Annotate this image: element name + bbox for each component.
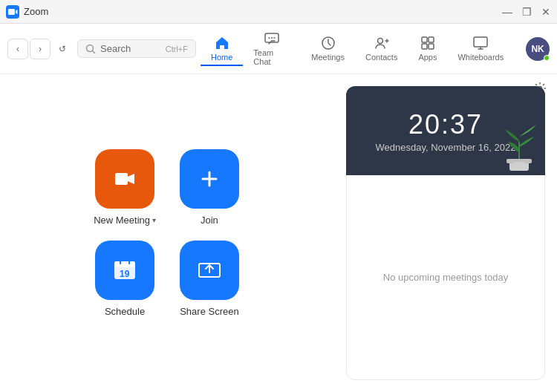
- maximize-button[interactable]: ❐: [521, 7, 532, 17]
- nav-item-meetings[interactable]: Meetings: [301, 32, 355, 66]
- no-meetings-text: No upcoming meetings today: [383, 272, 508, 283]
- join-button[interactable]: [180, 149, 239, 209]
- join-label: Join: [201, 215, 218, 226]
- team-chat-icon: [264, 30, 280, 47]
- svg-text:19: 19: [120, 269, 130, 279]
- nav-item-home[interactable]: Home: [201, 32, 243, 66]
- avatar-status-dot: [544, 55, 550, 61]
- close-button[interactable]: ✕: [541, 7, 551, 17]
- avatar[interactable]: NK: [526, 37, 550, 61]
- svg-rect-15: [114, 261, 135, 267]
- video-camera-icon: [111, 166, 138, 192]
- current-time: 20:37: [408, 109, 483, 140]
- app-title: Zoom: [24, 6, 48, 17]
- join-item[interactable]: Join: [178, 149, 241, 226]
- svg-rect-8: [422, 37, 427, 42]
- svg-rect-12: [474, 37, 487, 47]
- search-shortcut: Ctrl+F: [166, 45, 188, 53]
- new-meeting-label: New Meeting ▾: [94, 215, 156, 226]
- whiteboards-icon: [472, 35, 489, 51]
- nav-label-apps: Apps: [418, 53, 437, 62]
- share-screen-label: Share Screen: [180, 306, 239, 317]
- svg-point-7: [377, 38, 382, 43]
- calendar-card: 20:37 Wednesday, November 16, 2022: [346, 86, 545, 175]
- left-panel: New Meeting ▾ Join: [0, 74, 334, 392]
- schedule-label: Schedule: [105, 306, 145, 317]
- nav-item-team-chat[interactable]: Team Chat: [243, 27, 301, 71]
- nav-label-whiteboards: Whiteboards: [457, 53, 504, 62]
- plus-icon: [196, 166, 223, 192]
- nav-label-home: Home: [211, 53, 232, 62]
- svg-rect-9: [429, 37, 434, 42]
- nav-item-contacts[interactable]: Contacts: [355, 32, 408, 66]
- search-bar[interactable]: Search Ctrl+F: [77, 39, 196, 58]
- title-bar-controls: — ❐ ✕: [502, 7, 551, 17]
- svg-rect-11: [429, 44, 434, 49]
- nav-items: Home Team Chat Meetings: [201, 27, 514, 71]
- back-button[interactable]: ‹: [7, 39, 28, 59]
- title-bar: Zoom — ❐ ✕: [0, 0, 557, 24]
- toolbar: ‹ › ↺ Search Ctrl+F Home Te: [0, 24, 557, 74]
- chevron-icon: ▾: [152, 216, 156, 224]
- svg-point-3: [269, 37, 270, 39]
- search-icon: [85, 44, 96, 54]
- share-screen-item[interactable]: Share Screen: [178, 241, 241, 317]
- forward-button[interactable]: ›: [30, 39, 51, 59]
- plant-decoration-icon: [493, 116, 545, 175]
- refresh-button[interactable]: ↺: [52, 39, 73, 59]
- nav-item-apps[interactable]: Apps: [408, 32, 447, 66]
- share-screen-button[interactable]: [180, 241, 239, 300]
- nav-label-team-chat: Team Chat: [253, 48, 290, 66]
- search-label: Search: [100, 43, 131, 54]
- action-grid: New Meeting ▾ Join: [94, 149, 241, 317]
- main-content: New Meeting ▾ Join: [0, 74, 557, 392]
- nav-label-contacts: Contacts: [365, 53, 397, 62]
- svg-point-4: [271, 37, 273, 39]
- right-panel: 20:37 Wednesday, November 16, 2022 No up…: [334, 74, 557, 392]
- meetings-card: No upcoming meetings today: [346, 175, 545, 380]
- meetings-icon: [320, 35, 336, 51]
- calendar-icon: 19: [111, 256, 139, 284]
- schedule-button[interactable]: 19: [95, 241, 154, 300]
- minimize-button[interactable]: —: [502, 7, 512, 17]
- title-bar-left: Zoom: [6, 5, 48, 19]
- zoom-logo-icon: [6, 5, 19, 19]
- nav-controls: ‹ › ↺: [7, 39, 73, 59]
- avatar-initials: NK: [531, 44, 544, 54]
- svg-rect-10: [422, 44, 427, 49]
- nav-item-whiteboards[interactable]: Whiteboards: [447, 32, 514, 66]
- schedule-item[interactable]: 19 Schedule: [94, 241, 156, 317]
- home-icon: [214, 35, 230, 51]
- svg-point-5: [274, 37, 276, 39]
- share-screen-icon: [195, 256, 224, 284]
- new-meeting-button[interactable]: [95, 149, 154, 209]
- contacts-icon: [374, 35, 390, 51]
- nav-label-meetings: Meetings: [311, 53, 345, 62]
- new-meeting-item[interactable]: New Meeting ▾: [94, 149, 156, 226]
- apps-icon: [420, 35, 436, 51]
- svg-rect-20: [514, 162, 524, 163]
